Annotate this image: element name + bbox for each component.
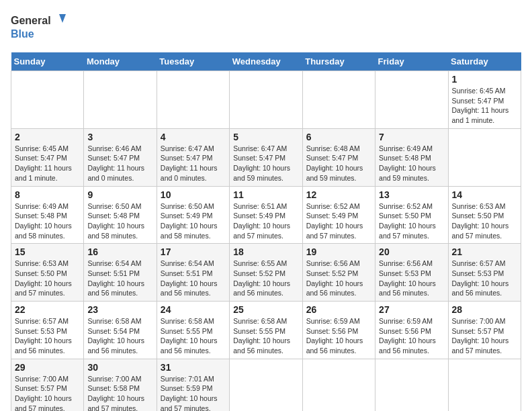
day-info: Sunrise: 6:49 AMSunset: 5:48 PMDaylight:… (379, 144, 444, 183)
calendar-cell (157, 71, 229, 129)
calendar-cell: 5Sunrise: 6:47 AMSunset: 5:47 PMDaylight… (230, 128, 302, 186)
weekday-header-saturday: Saturday (448, 52, 521, 71)
day-info: Sunrise: 7:00 AMSunset: 5:58 PMDaylight:… (87, 374, 152, 411)
calendar-cell: 28Sunrise: 7:00 AMSunset: 5:57 PMDayligh… (448, 302, 521, 359)
day-number: 11 (233, 189, 298, 200)
calendar-cell: 11Sunrise: 6:51 AMSunset: 5:49 PMDayligh… (230, 186, 302, 244)
day-number: 13 (379, 189, 444, 200)
day-number: 22 (15, 304, 80, 315)
calendar-cell: 6Sunrise: 6:48 AMSunset: 5:47 PMDaylight… (302, 128, 375, 186)
calendar-cell: 3Sunrise: 6:46 AMSunset: 5:47 PMDaylight… (84, 128, 157, 186)
day-info: Sunrise: 6:45 AMSunset: 5:47 PMDaylight:… (452, 86, 517, 126)
weekday-header-monday: Monday (84, 52, 157, 71)
calendar-cell (302, 71, 375, 129)
calendar-cell: 8Sunrise: 6:49 AMSunset: 5:48 PMDaylight… (11, 186, 84, 244)
day-info: Sunrise: 7:00 AMSunset: 5:57 PMDaylight:… (15, 374, 80, 411)
day-info: Sunrise: 6:54 AMSunset: 5:51 PMDaylight:… (87, 259, 152, 298)
weekday-header-thursday: Thursday (302, 52, 375, 71)
calendar-cell: 22Sunrise: 6:57 AMSunset: 5:53 PMDayligh… (11, 302, 84, 359)
day-number: 25 (233, 304, 298, 315)
day-info: Sunrise: 6:58 AMSunset: 5:55 PMDaylight:… (233, 316, 298, 356)
calendar-cell: 10Sunrise: 6:50 AMSunset: 5:49 PMDayligh… (157, 186, 229, 244)
calendar-table: SundayMondayTuesdayWednesdayThursdayFrid… (11, 52, 521, 411)
calendar-cell (302, 359, 375, 411)
day-info: Sunrise: 6:57 AMSunset: 5:53 PMDaylight:… (452, 259, 517, 298)
calendar-cell (375, 359, 448, 411)
day-number: 6 (306, 132, 371, 142)
day-info: Sunrise: 6:56 AMSunset: 5:52 PMDaylight:… (306, 259, 371, 298)
weekday-header-tuesday: Tuesday (157, 52, 229, 71)
day-number: 18 (233, 246, 298, 257)
day-number: 12 (306, 189, 371, 200)
day-info: Sunrise: 6:49 AMSunset: 5:48 PMDaylight:… (15, 201, 80, 241)
day-number: 16 (87, 246, 152, 257)
weekday-header-wednesday: Wednesday (230, 52, 302, 71)
day-number: 14 (452, 189, 517, 200)
calendar-cell (230, 359, 302, 411)
calendar-cell (84, 71, 157, 129)
calendar-cell (448, 128, 521, 186)
calendar-cell: 2Sunrise: 6:45 AMSunset: 5:47 PMDaylight… (11, 128, 84, 186)
calendar-cell: 14Sunrise: 6:53 AMSunset: 5:50 PMDayligh… (448, 186, 521, 244)
calendar-cell: 17Sunrise: 6:54 AMSunset: 5:51 PMDayligh… (157, 244, 229, 302)
svg-marker-2 (59, 14, 66, 23)
calendar-cell: 30Sunrise: 7:00 AMSunset: 5:58 PMDayligh… (84, 359, 157, 411)
day-info: Sunrise: 6:52 AMSunset: 5:50 PMDaylight:… (379, 201, 444, 241)
weekday-header-sunday: Sunday (11, 52, 84, 71)
calendar-cell: 27Sunrise: 6:59 AMSunset: 5:56 PMDayligh… (375, 302, 448, 359)
calendar-cell: 31Sunrise: 7:01 AMSunset: 5:59 PMDayligh… (157, 359, 229, 411)
day-number: 9 (87, 189, 152, 200)
calendar-cell: 4Sunrise: 6:47 AMSunset: 5:47 PMDaylight… (157, 128, 229, 186)
day-info: Sunrise: 6:53 AMSunset: 5:50 PMDaylight:… (452, 201, 517, 241)
day-info: Sunrise: 6:55 AMSunset: 5:52 PMDaylight:… (233, 259, 298, 298)
calendar-week-row: 8Sunrise: 6:49 AMSunset: 5:48 PMDaylight… (11, 186, 521, 244)
calendar-cell: 18Sunrise: 6:55 AMSunset: 5:52 PMDayligh… (230, 244, 302, 302)
day-number: 24 (161, 304, 226, 315)
logo: General Blue (11, 11, 71, 44)
calendar-cell: 13Sunrise: 6:52 AMSunset: 5:50 PMDayligh… (375, 186, 448, 244)
calendar-cell: 7Sunrise: 6:49 AMSunset: 5:48 PMDaylight… (375, 128, 448, 186)
day-number: 17 (161, 246, 226, 257)
day-number: 1 (452, 74, 517, 85)
day-info: Sunrise: 6:53 AMSunset: 5:50 PMDaylight:… (15, 259, 80, 298)
calendar-cell: 20Sunrise: 6:56 AMSunset: 5:53 PMDayligh… (375, 244, 448, 302)
day-info: Sunrise: 6:48 AMSunset: 5:47 PMDaylight:… (306, 144, 371, 183)
day-number: 7 (379, 132, 444, 142)
day-info: Sunrise: 7:01 AMSunset: 5:59 PMDaylight:… (161, 374, 226, 411)
day-info: Sunrise: 6:58 AMSunset: 5:55 PMDaylight:… (161, 316, 226, 356)
day-info: Sunrise: 6:58 AMSunset: 5:54 PMDaylight:… (87, 316, 152, 356)
calendar-cell: 19Sunrise: 6:56 AMSunset: 5:52 PMDayligh… (302, 244, 375, 302)
day-info: Sunrise: 6:47 AMSunset: 5:47 PMDaylight:… (161, 144, 226, 183)
calendar-cell: 12Sunrise: 6:52 AMSunset: 5:49 PMDayligh… (302, 186, 375, 244)
day-number: 28 (452, 304, 517, 315)
day-info: Sunrise: 7:00 AMSunset: 5:57 PMDaylight:… (452, 316, 517, 356)
day-info: Sunrise: 6:57 AMSunset: 5:53 PMDaylight:… (15, 316, 80, 356)
calendar-cell: 9Sunrise: 6:50 AMSunset: 5:48 PMDaylight… (84, 186, 157, 244)
calendar-cell: 25Sunrise: 6:58 AMSunset: 5:55 PMDayligh… (230, 302, 302, 359)
day-number: 8 (15, 189, 80, 200)
day-info: Sunrise: 6:59 AMSunset: 5:56 PMDaylight:… (379, 316, 444, 356)
day-info: Sunrise: 6:50 AMSunset: 5:48 PMDaylight:… (87, 201, 152, 241)
calendar-cell: 23Sunrise: 6:58 AMSunset: 5:54 PMDayligh… (84, 302, 157, 359)
day-number: 5 (233, 132, 298, 142)
day-info: Sunrise: 6:59 AMSunset: 5:56 PMDaylight:… (306, 316, 371, 356)
weekday-header-row: SundayMondayTuesdayWednesdayThursdayFrid… (11, 52, 521, 71)
calendar-cell: 15Sunrise: 6:53 AMSunset: 5:50 PMDayligh… (11, 244, 84, 302)
day-info: Sunrise: 6:46 AMSunset: 5:47 PMDaylight:… (87, 144, 152, 183)
calendar-cell: 1Sunrise: 6:45 AMSunset: 5:47 PMDaylight… (448, 71, 521, 129)
day-info: Sunrise: 6:52 AMSunset: 5:49 PMDaylight:… (306, 201, 371, 241)
svg-text:General: General (11, 15, 51, 26)
day-number: 4 (161, 132, 226, 142)
calendar-cell (375, 71, 448, 129)
day-info: Sunrise: 6:51 AMSunset: 5:49 PMDaylight:… (233, 201, 298, 241)
day-info: Sunrise: 6:45 AMSunset: 5:47 PMDaylight:… (15, 144, 80, 183)
day-number: 31 (161, 362, 226, 373)
logo-svg: General Blue (11, 11, 71, 44)
day-number: 29 (15, 362, 80, 373)
day-number: 3 (87, 132, 152, 142)
svg-text:Blue: Blue (11, 28, 34, 40)
calendar-cell: 16Sunrise: 6:54 AMSunset: 5:51 PMDayligh… (84, 244, 157, 302)
day-number: 10 (161, 189, 226, 200)
day-number: 23 (87, 304, 152, 315)
page-header: General Blue (11, 11, 521, 44)
